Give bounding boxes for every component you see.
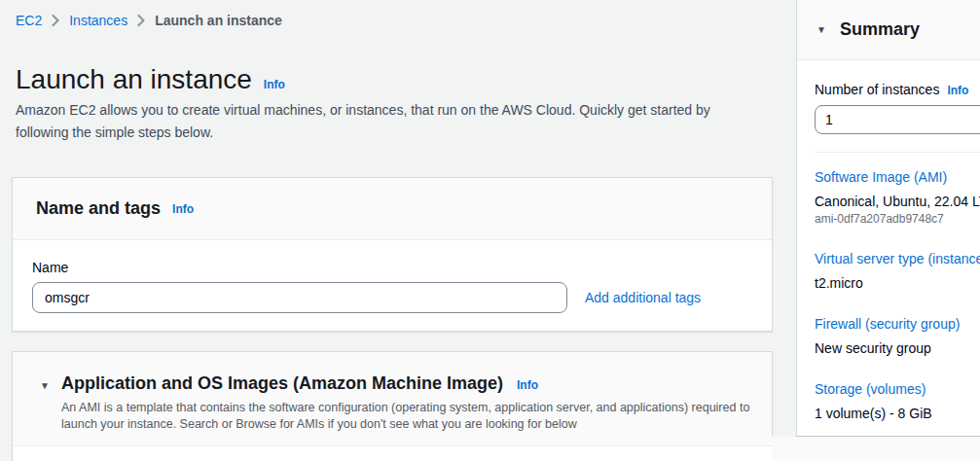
- number-of-instances-label: Number of instances: [815, 82, 939, 97]
- instance-name-input[interactable]: [32, 282, 567, 313]
- breadcrumb-separator-icon: [137, 15, 145, 26]
- software-image-value: Canonical, Ubuntu, 22.04 LTS: [815, 193, 980, 210]
- summary-divider: [815, 152, 980, 153]
- number-of-instances-info-link[interactable]: Info: [947, 84, 968, 97]
- storage-volumes-value: 1 volume(s) - 8 GiB: [815, 405, 980, 422]
- ami-section-header: ▼ Application and OS Images (Amazon Mach…: [13, 352, 772, 446]
- summary-row-software-image: Software Image (AMI) Canonical, Ubuntu, …: [815, 168, 980, 227]
- ami-section-title[interactable]: Application and OS Images (Amazon Machin…: [61, 373, 503, 394]
- instance-type-value: t2.micro: [815, 274, 980, 292]
- summary-body: Number of instances Info Software Image …: [797, 60, 980, 437]
- caret-down-icon[interactable]: ▼: [40, 381, 50, 391]
- number-of-instances-input[interactable]: [815, 105, 980, 134]
- page-title: Launch an instance: [16, 62, 252, 97]
- summary-title: Summary: [840, 19, 920, 40]
- name-and-tags-body: Name Add additional tags: [13, 240, 772, 333]
- bottom-strip: [772, 437, 980, 461]
- ami-section: ▼ Application and OS Images (Amazon Mach…: [12, 351, 773, 461]
- name-and-tags-section: Name and tags Info Name Add additional t…: [12, 177, 773, 332]
- breadcrumb-separator-icon: [52, 15, 59, 26]
- summary-header: ▼ Summary: [797, 0, 980, 60]
- breadcrumb-current: Launch an instance: [155, 13, 282, 28]
- launch-instance-page: EC2 Instances Launch an instance Launch …: [0, 0, 980, 461]
- storage-link[interactable]: Storage (volumes): [815, 380, 980, 398]
- summary-panel: ▼ Summary Number of instances Info Softw…: [796, 0, 980, 437]
- page-title-info-link[interactable]: Info: [264, 78, 285, 91]
- summary-row-firewall: Firewall (security group) New security g…: [815, 315, 980, 357]
- name-and-tags-info-link[interactable]: Info: [172, 202, 194, 216]
- ami-id-value: ami-0df7a207adb9748c7: [815, 212, 980, 227]
- add-additional-tags-link[interactable]: Add additional tags: [585, 290, 701, 305]
- page-description: Amazon EC2 allows you to create virtual …: [16, 99, 751, 144]
- caret-down-icon[interactable]: ▼: [817, 25, 826, 35]
- software-image-link[interactable]: Software Image (AMI): [815, 168, 980, 186]
- breadcrumb: EC2 Instances Launch an instance: [16, 13, 282, 28]
- breadcrumb-link-instances[interactable]: Instances: [69, 13, 127, 28]
- breadcrumb-link-ec2[interactable]: EC2: [16, 13, 42, 28]
- firewall-link[interactable]: Firewall (security group): [815, 315, 980, 333]
- summary-row-virtual-server-type: Virtual server type (instance type) t2.m…: [815, 250, 980, 292]
- name-and-tags-title: Name and tags: [36, 198, 161, 219]
- name-and-tags-header: Name and tags Info: [13, 178, 772, 240]
- ami-section-description: An AMI is a template that contains the s…: [61, 400, 781, 433]
- ami-section-info-link[interactable]: Info: [517, 378, 538, 392]
- security-group-value: New security group: [815, 339, 980, 357]
- virtual-server-type-link[interactable]: Virtual server type (instance type): [815, 250, 980, 267]
- summary-row-storage: Storage (volumes) 1 volume(s) - 8 GiB: [815, 380, 980, 422]
- name-field-label: Name: [32, 260, 752, 275]
- page-header: Launch an instance Info: [16, 62, 285, 97]
